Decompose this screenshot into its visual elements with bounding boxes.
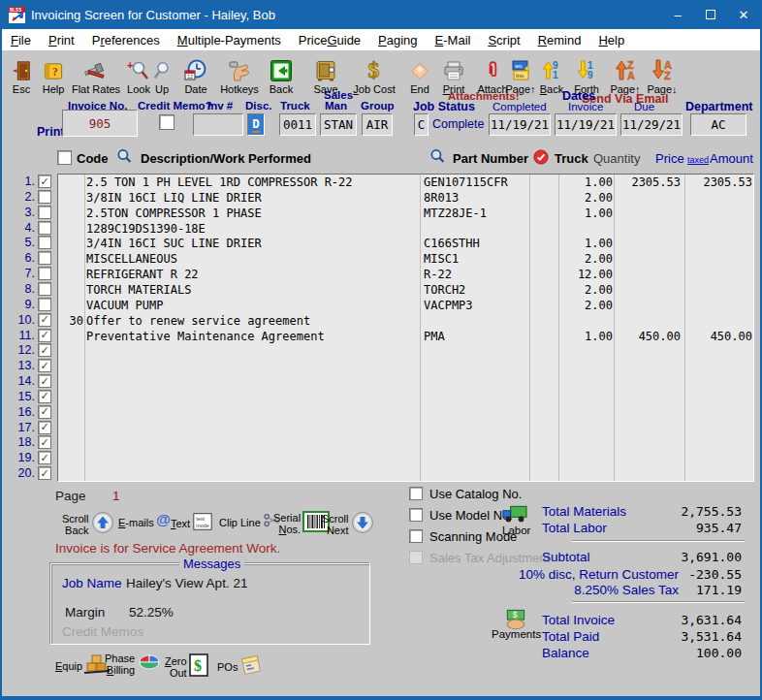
use-catalog-checkbox[interactable] — [409, 487, 423, 500]
toolbar-end-button[interactable]: End — [402, 52, 437, 95]
cell-part-number[interactable]: VACPMP3 — [424, 299, 473, 312]
menu-remind[interactable]: Remind — [529, 33, 590, 48]
cell-description[interactable]: 3/4IN 16CI SUC LINE DRIER — [86, 237, 262, 250]
toolbar-flat-rates-button[interactable]: Flat Rates — [70, 52, 122, 95]
credit-memo-checkbox[interactable] — [159, 114, 175, 130]
row-print-checkbox[interactable]: ✓ — [38, 390, 51, 403]
menu-file[interactable]: File — [2, 33, 40, 48]
description-search-icon[interactable] — [115, 147, 135, 167]
table-row[interactable]: 2.5 TON 1 PH LEVEL 1RD COMPRESSOR R-22GE… — [58, 175, 753, 190]
zero-out-button[interactable]: ZeroOut$ — [165, 652, 209, 682]
emails-button[interactable]: E-mails@ — [118, 511, 175, 533]
row-print-checkbox[interactable] — [38, 221, 51, 235]
toolbar-page-up-za-button[interactable]: ZAPage↑ — [607, 52, 644, 95]
group-field[interactable]: AIR — [362, 113, 393, 136]
toolbar-up-button[interactable]: Up — [147, 52, 176, 95]
table-row[interactable]: TORCH MATERIALSTORCH22.00 — [58, 282, 753, 298]
cell-quantity[interactable]: 2.00 — [560, 283, 613, 297]
toolbar-date-button[interactable]: 12Date — [178, 52, 213, 95]
row-print-checkbox[interactable] — [38, 282, 51, 296]
cell-price[interactable]: 2305.53 — [617, 175, 681, 189]
table-row[interactable]: Preventative Maintenance AgreementPMA1.0… — [58, 329, 753, 344]
row-print-checkbox[interactable]: ✓ — [38, 359, 51, 372]
truck-field[interactable]: 0011 — [279, 113, 316, 136]
inv-num-field[interactable] — [193, 113, 243, 136]
cell-quantity[interactable]: 2.00 — [560, 191, 613, 205]
select-all-checkbox[interactable] — [57, 150, 72, 165]
row-print-checkbox[interactable] — [38, 206, 51, 219]
toolbar-help-button[interactable]: ?Help — [37, 52, 70, 95]
cell-quantity[interactable]: 1.00 — [560, 207, 613, 220]
scroll-next-button[interactable]: ScrollNext — [322, 511, 374, 538]
toolbar-esc-button[interactable]: Esc — [6, 52, 37, 95]
toolbar-back-nav-button[interactable]: Back — [264, 52, 299, 95]
row-print-checkbox[interactable]: ✓ — [38, 435, 51, 449]
scroll-back-button[interactable]: ScrollBack — [62, 511, 114, 538]
cell-quantity[interactable]: 2.00 — [560, 252, 613, 266]
price-taxed-header[interactable]: taxed — [687, 155, 709, 165]
table-row[interactable]: VACUUM PUMPVACPMP32.00 — [58, 298, 753, 313]
menu-preferences[interactable]: Preferences — [83, 33, 169, 48]
table-row[interactable]: 3/8IN 16CI LIQ LINE DRIER8R0132.00 — [58, 190, 753, 206]
cell-description[interactable]: 1289C19DS1390-18E — [86, 222, 206, 236]
menu-print[interactable]: Print — [40, 33, 83, 48]
table-row[interactable] — [58, 390, 753, 405]
truck-check-icon[interactable] — [532, 148, 550, 170]
table-row[interactable] — [58, 343, 753, 359]
cell-description[interactable]: Preventative Maintenance Agreement — [86, 330, 325, 343]
scanning-mode-checkbox[interactable] — [409, 529, 423, 543]
pos-button[interactable]: POs — [217, 652, 264, 682]
table-row[interactable] — [58, 405, 753, 421]
table-row[interactable] — [58, 374, 753, 390]
cell-part-number[interactable]: C166STHH — [424, 237, 480, 250]
cell-quantity[interactable]: 1.00 — [560, 237, 613, 250]
toolbar-page-up-invoice-button[interactable]: woInv.Page↑ — [502, 52, 539, 95]
table-row[interactable]: 30Offer to renew service agreement — [58, 313, 753, 329]
cell-description[interactable]: MISCELLANEOUS — [86, 252, 177, 266]
part-search-icon[interactable] — [429, 147, 448, 167]
table-row[interactable]: 1289C19DS1390-18E — [58, 221, 753, 237]
table-row[interactable] — [58, 451, 753, 466]
table-row[interactable] — [58, 435, 753, 451]
cell-part-number[interactable]: GEN107115CFR — [424, 175, 508, 189]
salesman-field[interactable]: STAN — [320, 113, 357, 136]
maximize-button[interactable] — [694, 0, 727, 29]
date-completed-field[interactable]: 11/19/21 — [489, 113, 551, 136]
toolbar-page-down-az-button[interactable]: AZPage↓ — [644, 52, 681, 95]
equip-button[interactable]: Equip — [55, 652, 111, 680]
phase-billing-button[interactable]: PhaseBilling — [105, 652, 163, 676]
cell-quantity[interactable]: 1.00 — [560, 175, 613, 189]
menu-paging[interactable]: Paging — [369, 33, 426, 48]
job-status-code[interactable]: C — [414, 113, 429, 136]
menu-e-mail[interactable]: E-Mail — [427, 33, 480, 48]
cell-description[interactable]: 2.5TON COMPRESSOR 1 PHASE — [86, 207, 262, 220]
menu-help[interactable]: Help — [589, 33, 633, 48]
date-invoice-field[interactable]: 11/19/21 — [555, 113, 617, 136]
cell-quantity[interactable]: 1.00 — [560, 330, 613, 343]
toolbar-job-cost-button[interactable]: $Job Cost — [349, 52, 399, 95]
row-print-checkbox[interactable] — [38, 298, 51, 311]
cell-price[interactable]: 450.00 — [617, 330, 681, 343]
department-field[interactable]: AC — [690, 113, 746, 136]
cell-part-number[interactable]: R-22 — [424, 268, 452, 281]
row-print-checkbox[interactable] — [38, 267, 51, 280]
cell-description[interactable]: Offer to renew service agreement — [86, 314, 310, 328]
menu-priceguide[interactable]: PriceGuide — [290, 33, 369, 48]
row-print-checkbox[interactable] — [38, 236, 51, 249]
row-print-checkbox[interactable] — [38, 190, 51, 204]
cell-description[interactable]: TORCH MATERIALS — [86, 283, 191, 297]
text-button[interactable]: Texttextmode — [171, 511, 213, 536]
cell-part-number[interactable]: MTZ28JE-1 — [424, 207, 487, 220]
cell-part-number[interactable]: TORCH2 — [424, 283, 465, 297]
row-print-checkbox[interactable]: ✓ — [38, 421, 51, 434]
row-print-checkbox[interactable]: ✓ — [38, 329, 51, 342]
cell-part-number[interactable]: PMA — [424, 330, 445, 343]
cell-description[interactable]: 2.5 TON 1 PH LEVEL 1RD COMPRESSOR R-22 — [86, 175, 353, 189]
cell-quantity[interactable]: 12.00 — [560, 268, 613, 281]
date-due-field[interactable]: 11/29/21 — [620, 113, 683, 136]
menu-multiple-payments[interactable]: Multiple-Payments — [169, 33, 290, 48]
row-print-checkbox[interactable]: ✓ — [38, 405, 51, 419]
row-print-checkbox[interactable]: ✓ — [38, 466, 51, 480]
use-model-checkbox[interactable] — [409, 508, 423, 522]
row-print-checkbox[interactable] — [38, 251, 51, 265]
